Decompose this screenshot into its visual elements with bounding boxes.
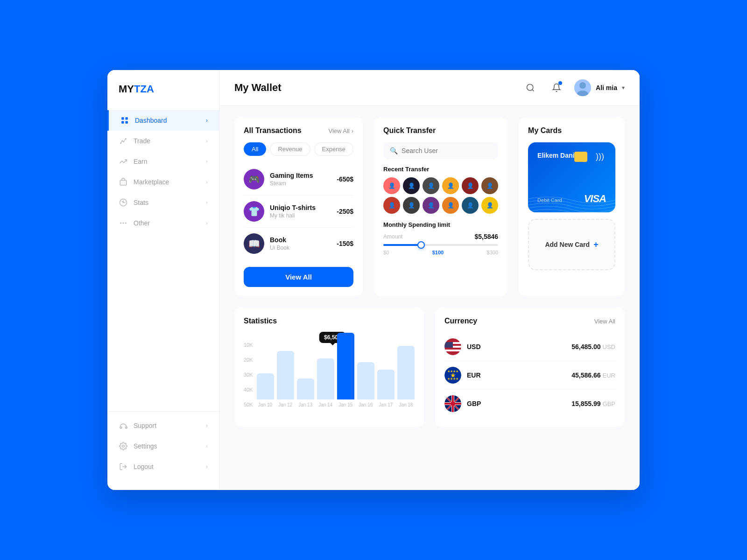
search-icon: 🔍 (390, 147, 398, 154)
main-content: My Wallet Ali mia ▾ (219, 70, 640, 490)
bar-jan17: Jan 17 (377, 333, 395, 407)
eur-code: EUR (467, 371, 571, 379)
svg-rect-2 (121, 121, 124, 124)
other-icon (119, 218, 128, 228)
plus-icon: + (593, 240, 599, 250)
svg-rect-3 (126, 121, 128, 124)
slider-fill (383, 244, 421, 246)
currency-eur: ★★★★★★★★★ EUR 45,586.66EUR (444, 361, 615, 390)
logout-icon (119, 462, 128, 471)
filter-revenue[interactable]: Revenue (270, 142, 310, 156)
gbp-code: GBP (467, 400, 571, 407)
notification-button[interactable] (548, 79, 565, 96)
chart-bars: Jan 10 Jan 12 Jan 13 (257, 333, 415, 417)
search-button[interactable] (522, 79, 539, 96)
tx-sub-tshirt: My tik hall (270, 212, 337, 219)
slider-thumb[interactable] (417, 241, 425, 249)
chart-container: $6,500 50K 40K 30K 20K 10K Jan 1 (244, 333, 415, 417)
svg-rect-0 (121, 117, 124, 119)
amount-label: Amount (383, 233, 402, 240)
avatar-5[interactable]: 👤 (462, 177, 479, 194)
book-icon: 📖 (244, 233, 264, 254)
user-profile[interactable]: Ali mia ▾ (574, 79, 625, 96)
bar-jan12: Jan 12 (277, 333, 294, 407)
header: My Wallet Ali mia ▾ (219, 70, 640, 106)
transactions-panel: All Transactions View All › All Revenue … (234, 117, 363, 296)
chevron-right-icon: › (206, 158, 208, 165)
sidebar-item-logout[interactable]: Logout › (107, 456, 219, 477)
currency-usd: USD 56,485.00USD (444, 333, 615, 361)
svg-point-12 (122, 445, 125, 448)
top-cards: All Transactions View All › All Revenue … (219, 106, 640, 308)
support-icon (119, 421, 128, 430)
search-input[interactable] (402, 147, 492, 154)
tx-amount-gaming: -650$ (337, 175, 353, 183)
tx-amount-tshirt: -250$ (337, 208, 353, 215)
add-card-button[interactable]: Add New Card + (528, 219, 615, 270)
avatar-11[interactable]: 👤 (462, 197, 479, 214)
avatar-9[interactable]: 👤 (423, 197, 439, 214)
slider-min: $0 (383, 250, 389, 255)
svg-rect-1 (126, 117, 128, 119)
svg-rect-22 (444, 350, 461, 351)
quick-transfer-title: Quick Transfer (383, 126, 436, 135)
avatar-4[interactable]: 👤 (442, 177, 459, 194)
currency-panel: Currency View All USD 56,485.00USD ★★★★★… (435, 308, 625, 427)
flag-eur: ★★★★★★★★★ (444, 367, 461, 384)
chevron-right-icon: › (206, 179, 208, 185)
header-right: Ali mia ▾ (522, 79, 625, 96)
sidebar-item-support[interactable]: Support › (107, 415, 219, 436)
chevron-right-icon: › (206, 220, 208, 226)
notification-dot (558, 81, 562, 85)
chevron-down-icon: ▾ (622, 84, 625, 91)
sidebar-item-trade-label: Trade (134, 137, 150, 145)
svg-point-14 (527, 84, 533, 91)
avatar-3[interactable]: 👤 (423, 177, 439, 194)
slider-track (383, 244, 498, 246)
view-all-button[interactable]: View All (244, 267, 353, 287)
avatar-10[interactable]: 👤 (442, 197, 459, 214)
sidebar-item-trade[interactable]: Trade › (107, 131, 219, 151)
spending-slider (383, 244, 498, 246)
filter-all[interactable]: All (244, 142, 266, 156)
tx-name-tshirt: Uniqio T-shirts (270, 204, 337, 211)
chevron-right-icon: › (206, 463, 208, 470)
transactions-view-all[interactable]: View All › (328, 127, 353, 134)
chevron-right-icon: › (206, 199, 208, 206)
svg-point-10 (123, 223, 124, 224)
add-card-label: Add New Card (545, 241, 590, 248)
sidebar-item-stats[interactable]: Stats › (107, 192, 219, 213)
sidebar-item-earn[interactable]: Earn › (107, 151, 219, 172)
recent-avatars: 👤 👤 👤 👤 👤 👤 👤 👤 👤 👤 👤 👤 (383, 177, 498, 214)
transaction-item: 🎮 Gaming Items Steam -650$ (244, 163, 353, 196)
transaction-item: 📖 Book Ui Book -150$ (244, 228, 353, 259)
avatar-8[interactable]: 👤 (403, 197, 420, 214)
avatar-6[interactable]: 👤 (481, 177, 498, 194)
recent-label: Recent Transfer (383, 166, 498, 173)
logo-my: MY (119, 83, 134, 95)
sidebar-item-dashboard[interactable]: Dashboard › (107, 110, 219, 131)
tshirt-icon: 👕 (244, 201, 264, 222)
my-cards-title: My Cards (528, 126, 562, 135)
nav-section: Dashboard › Trade › Earn (107, 110, 219, 411)
card-type: Debit Card (537, 197, 562, 203)
my-cards-header: My Cards (528, 126, 615, 135)
avatar-7[interactable]: 👤 (383, 197, 400, 214)
stats-icon (119, 198, 128, 207)
filter-expense[interactable]: Expense (314, 142, 354, 156)
statistics-panel: Statistics $6,500 50K 40K 30K 20K 10K (234, 308, 424, 427)
bar-jan15[interactable]: Jan 15 (337, 333, 354, 407)
avatar-12[interactable]: 👤 (481, 197, 498, 214)
statistics-header: Statistics (244, 317, 415, 325)
tx-name-book: Book (270, 236, 337, 244)
svg-point-9 (120, 223, 121, 224)
avatar-2[interactable]: 👤 (403, 177, 420, 194)
bar-jan14: Jan 14 (317, 333, 334, 407)
svg-rect-8 (120, 180, 127, 185)
sidebar-item-other[interactable]: Other › (107, 213, 219, 233)
sidebar-item-marketplace[interactable]: Marketplace › (107, 172, 219, 192)
avatar-1[interactable]: 👤 (383, 177, 400, 194)
sidebar-item-settings[interactable]: Settings › (107, 436, 219, 456)
currency-view-all[interactable]: View All (594, 318, 615, 325)
sidebar-bottom: Support › Settings › Logout (107, 411, 219, 477)
